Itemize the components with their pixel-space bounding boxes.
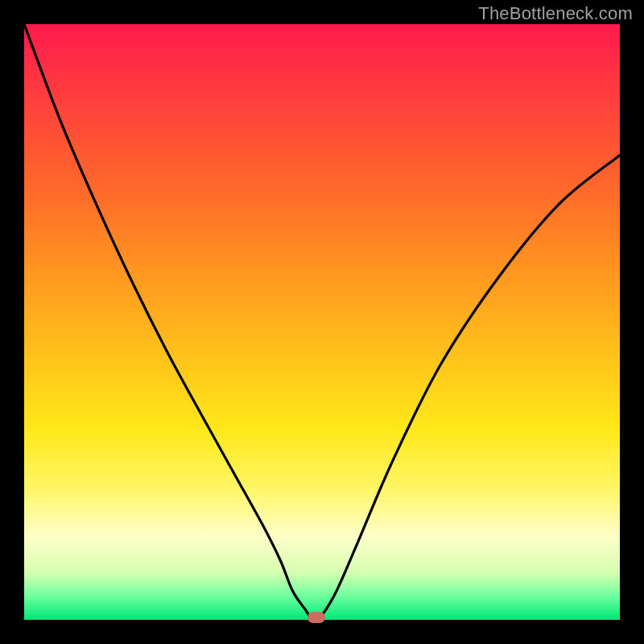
plot-area	[24, 24, 620, 620]
minimum-marker	[308, 612, 325, 623]
chart-frame: TheBottleneck.com	[0, 0, 644, 644]
bottleneck-curve	[24, 24, 620, 620]
watermark-text: TheBottleneck.com	[478, 3, 633, 24]
